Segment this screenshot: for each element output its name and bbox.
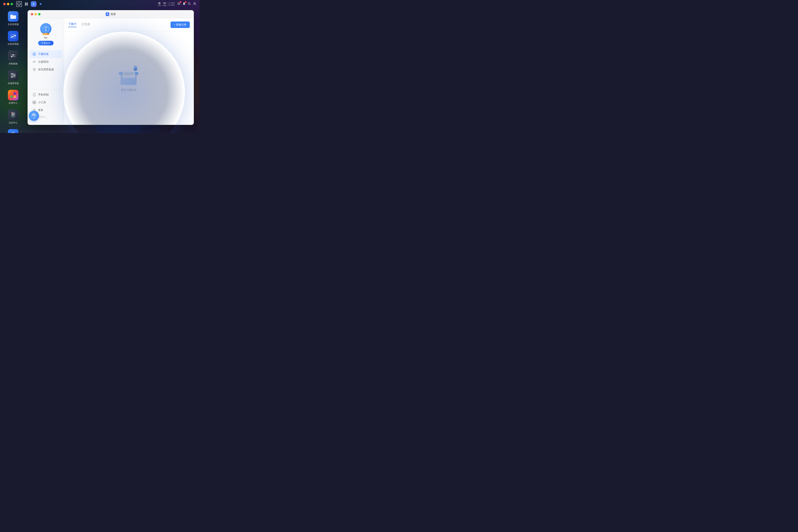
taskbar-left [3,1,44,7]
speed-boost-icon [33,68,36,71]
network-stats: ↑ 17.7kB/s ↓ 19.1kB/s [167,2,175,6]
svg-point-85 [135,67,135,67]
tab-completed[interactable]: 已完成 [81,22,90,27]
window-titlebar: 迅雷 [27,10,194,18]
avatar-bird [42,25,50,33]
svg-rect-5 [25,4,26,5]
svg-point-87 [135,66,135,67]
desktop-icon-task[interactable]: 任务管理器 [6,31,20,45]
cpu-label: CPU [158,5,161,6]
control-label: 控制面板 [9,62,18,65]
log-icon [8,110,18,120]
svg-rect-3 [25,3,26,4]
svg-point-82 [134,66,137,69]
search-icon[interactable] [188,2,191,6]
ram-icon [163,2,166,5]
tab-downloading[interactable]: 下载中 [68,22,77,27]
svg-point-30 [194,2,195,4]
window-traffic-lights [31,13,41,15]
svg-rect-21 [165,3,166,3]
taskbar-green-light[interactable] [11,3,13,5]
xunlei-taskbar-icon[interactable] [31,1,37,7]
svg-rect-20 [165,3,165,3]
user-avatar: §VIP4+ [40,23,52,35]
svg-rect-19 [164,3,164,3]
download-list-label: 下载列表 [38,52,49,56]
grid-taskbar-icon[interactable] [23,1,29,7]
floating-bird[interactable] [29,111,39,121]
taskbar-red-light[interactable] [3,3,6,5]
desktop-icon-appstore[interactable]: 应用中心 [6,90,20,104]
mini-tools-label: 小工具 [38,100,46,104]
content-empty-state: 暂无下载任务 [64,32,194,125]
svg-rect-46 [10,95,13,98]
svg-point-28 [188,2,190,4]
svg-point-34 [13,54,14,56]
notification-list-icon[interactable] [177,2,180,6]
monitor-taskbar-icon[interactable] [16,1,22,7]
svg-point-95 [35,115,35,115]
sidebar-item-phone-control[interactable]: 手机控制 [29,91,62,98]
svg-rect-47 [14,95,16,98]
svg-rect-49 [12,113,15,114]
svg-rect-74 [33,101,34,102]
svg-rect-0 [18,3,20,5]
phone-control-label: 手机控制 [38,93,49,96]
kde-taskbar-icon[interactable] [38,1,44,7]
window-title-text: 迅雷 [111,12,116,16]
speed-boost-label: 快鸟宽带提速 [38,68,54,71]
taskbar-traffic-lights [3,3,13,5]
task-label: 任务管理器 [8,42,19,45]
sidebar-item-speed-boost[interactable]: 快鸟宽带提速 [29,66,62,73]
window-minimize-btn[interactable] [35,13,37,15]
window-title: 迅雷 [106,12,116,16]
desktop-icon-help[interactable]: 帮助中心 [6,129,20,133]
desktop-icon-files[interactable]: 文件管理器 [6,11,20,26]
svg-rect-45 [14,92,16,95]
desktop-icon-control[interactable]: 控制面板 [6,51,20,65]
download-list-icon [33,52,36,56]
svg-rect-9 [159,3,160,4]
desktop-icon-storage[interactable]: 存储管理器 [6,70,20,85]
new-task-button[interactable]: + 新建任务 [171,21,190,28]
svg-point-86 [136,67,136,67]
appstore-label: 应用中心 [9,101,18,104]
sidebar-nav: 下载列表 云盘取回 [27,49,64,88]
window-maximize-btn[interactable] [38,13,41,15]
svg-point-84 [136,66,137,68]
taskbar: CPU RAM ↑ 17.7kB/s ↓ [0,0,200,8]
window-close-btn[interactable] [31,13,33,15]
cloud-retrieve-icon [33,60,36,64]
cpu-icon [158,2,161,5]
svg-point-94 [33,115,34,115]
desktop: CPU RAM ↑ 17.7kB/s ↓ [0,0,200,133]
control-icon [8,51,18,61]
user-icon[interactable] [193,2,196,6]
bell-icon[interactable] [183,2,186,6]
sidebar-item-mini-tools[interactable]: 小工具 [29,98,62,106]
content-header: 下载中 已完成 + 新建任务 [64,18,194,32]
taskbar-actions [177,2,196,6]
svg-point-62 [44,26,48,29]
svg-point-36 [11,56,12,57]
svg-rect-77 [35,102,36,104]
sidebar-item-download-list[interactable]: 下载列表 [29,50,62,58]
notification-badge [179,1,181,3]
bell-badge [185,1,187,3]
appstore-icon [8,90,18,100]
taskbar-yellow-light[interactable] [7,3,9,5]
vip-button[interactable]: 开通会员 [38,41,54,45]
main-content: 下载中 已完成 + 新建任务 [64,18,194,125]
empty-illustration [117,65,141,85]
svg-rect-76 [33,102,34,104]
taskbar-right: CPU RAM ↑ 17.7kB/s ↓ [158,2,196,6]
sidebar-item-cloud-retrieve[interactable]: 云盘取回 [29,58,62,66]
svg-rect-50 [12,114,15,115]
svg-point-97 [33,117,35,118]
desktop-icon-log[interactable]: 日志中心 [6,110,20,124]
svg-rect-44 [10,92,13,95]
ram-label: RAM [163,5,167,6]
svg-rect-41 [11,73,13,74]
svg-rect-43 [11,77,13,77]
phone-control-icon [33,93,36,96]
